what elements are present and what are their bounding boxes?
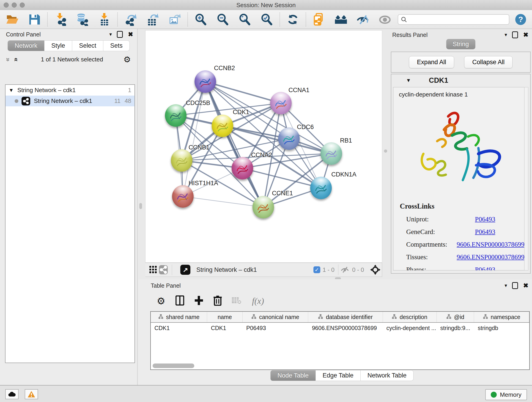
table-cell[interactable]: cyclin-dependent ... [383, 323, 437, 333]
table-cell[interactable]: P06493 [243, 323, 308, 333]
node-CDK1[interactable] [212, 115, 233, 137]
open-in-window-icon[interactable]: ↗ [180, 265, 190, 275]
column-header-database-identifier[interactable]: database identifier [308, 312, 383, 322]
network-share-icon[interactable] [158, 263, 169, 276]
collapse-all-networks-icon[interactable]: » [12, 57, 19, 61]
results-panel-float-icon[interactable] [512, 32, 518, 38]
column-header-canonical-name[interactable]: canonical name [243, 312, 308, 322]
open-session-icon[interactable] [6, 13, 19, 26]
column-header-name[interactable]: name [207, 312, 242, 322]
import-database-icon[interactable] [76, 13, 89, 26]
control-panel-float-icon[interactable] [117, 31, 123, 38]
add-column-icon[interactable] [194, 295, 203, 306]
tab-network[interactable]: Network [7, 40, 44, 51]
table-cell[interactable]: stringdb [474, 323, 529, 333]
network-row[interactable]: String Network – cdk1 11 48 [6, 96, 134, 106]
window-controls[interactable] [4, 2, 25, 7]
network-collection-row[interactable]: ▼ String Network – cdk1 1 [6, 85, 134, 96]
column-header-shared-name[interactable]: shared name [151, 312, 207, 322]
cloud-button[interactable] [5, 389, 19, 399]
tab-string[interactable]: String [446, 39, 475, 49]
zoom-in-icon[interactable] [194, 13, 207, 26]
table-options-gear-icon[interactable]: ⚙ [157, 295, 165, 307]
tab-node-table[interactable]: Node Table [270, 370, 316, 381]
results-scrollbar[interactable] [524, 87, 528, 270]
zoom-window-button[interactable] [20, 2, 25, 7]
node-RB1[interactable] [321, 142, 342, 165]
node-CCNB1[interactable] [171, 149, 192, 172]
tab-edge-table[interactable]: Edge Table [316, 370, 361, 381]
zoom-fit-icon[interactable] [238, 13, 251, 26]
help-icon[interactable]: ? [515, 14, 526, 25]
import-table-icon[interactable] [98, 13, 111, 26]
minimize-window-button[interactable] [12, 2, 17, 7]
memory-button[interactable]: Memory [485, 389, 527, 400]
import-network-icon[interactable] [54, 13, 67, 26]
tab-select[interactable]: Select [72, 40, 103, 51]
table-panel-menu-icon[interactable]: ▾ [505, 283, 507, 288]
column-header-namespace[interactable]: namespace [474, 312, 529, 322]
collection-expand-icon[interactable]: ▼ [9, 87, 14, 93]
warning-button[interactable] [25, 389, 38, 399]
control-panel-menu-icon[interactable]: ▾ [109, 32, 112, 37]
birds-eye-view-icon[interactable] [369, 263, 382, 276]
close-window-button[interactable] [4, 2, 9, 7]
export-image-icon[interactable] [168, 13, 181, 26]
table-cell[interactable]: CDK1 [207, 323, 242, 333]
node-CDC25B[interactable] [165, 104, 186, 127]
crosslink-link[interactable]: P06493 [475, 216, 495, 223]
left-splitter-handle[interactable] [139, 203, 142, 209]
tab-network-table[interactable]: Network Table [361, 370, 414, 381]
table-cell[interactable]: 9606.ENSP00000378699 [308, 323, 383, 333]
expand-all-networks-icon[interactable]: » [4, 57, 12, 61]
selected-nodes-checkbox[interactable]: ✓ [313, 266, 320, 273]
collapse-all-button[interactable]: Collapse All [464, 56, 513, 68]
export-table-icon[interactable] [146, 13, 159, 26]
column-header-@id[interactable]: @id [437, 312, 474, 322]
table-row[interactable]: CDK1CDK1P064939606.ENSP00000378699cyclin… [151, 323, 529, 333]
eye-icon[interactable] [379, 13, 391, 26]
network-options-gear-icon[interactable]: ⚙ [123, 55, 131, 64]
search-box[interactable] [398, 14, 509, 25]
zoom-selected-icon[interactable] [260, 13, 273, 26]
node-CCNA1[interactable] [270, 92, 292, 114]
eye-slash-icon[interactable] [356, 13, 369, 26]
crosslink-link[interactable]: 9606.ENSP00000378699 [457, 241, 525, 248]
save-session-icon[interactable] [28, 13, 41, 26]
crosslink-link[interactable]: P06493 [475, 266, 495, 270]
node-CCNB2[interactable] [195, 70, 216, 93]
tab-style[interactable]: Style [44, 40, 72, 51]
edge-HIST1H1A-CCNE1[interactable] [183, 196, 263, 207]
crosslink-link[interactable]: 9606.ENSP00000378699 [457, 253, 525, 261]
show-columns-icon[interactable] [176, 295, 184, 306]
table-panel-float-icon[interactable] [512, 282, 518, 289]
delete-column-icon[interactable] [214, 295, 222, 307]
node-HIST1H1A[interactable] [172, 185, 194, 208]
tab-sets[interactable]: Sets [103, 40, 130, 51]
node-CCNA2[interactable] [232, 157, 253, 179]
expand-all-button[interactable]: Expand All [409, 56, 454, 68]
zoom-out-icon[interactable] [216, 13, 229, 26]
right-splitter-handle[interactable] [384, 149, 387, 153]
node-CCNE1[interactable] [253, 196, 274, 218]
edge-CCNB2-HIST1H1A[interactable] [183, 82, 205, 196]
node-CDKN1A[interactable] [310, 177, 332, 199]
table-horizontal-scrollbar[interactable] [152, 364, 194, 368]
results-panel-menu-icon[interactable]: ▾ [505, 32, 507, 38]
table-cell[interactable]: CDK1 [151, 323, 207, 333]
table-panel-close-icon[interactable]: ✖ [523, 282, 528, 289]
control-panel-close-icon[interactable]: ✖ [128, 31, 133, 38]
refresh-icon[interactable] [286, 13, 299, 26]
export-network-icon[interactable] [124, 13, 137, 26]
search-input[interactable] [409, 16, 506, 23]
node-CDC6[interactable] [278, 128, 300, 150]
results-panel-close-icon[interactable]: ✖ [523, 31, 528, 38]
crosslink-link[interactable]: P06493 [475, 228, 495, 236]
copy-network-icon[interactable] [312, 13, 325, 26]
network-canvas[interactable]: CCNB2CCNA1CDC25BCDK1CDC6RB1CCNB1CCNA2CDK… [145, 30, 382, 263]
protein-collapse-icon[interactable]: ▼ [406, 77, 411, 83]
table-cell[interactable]: stringdb:9... [437, 323, 474, 333]
homes-icon[interactable] [335, 13, 347, 26]
column-header-description[interactable]: description [383, 312, 437, 322]
grid-view-icon[interactable] [148, 263, 158, 276]
